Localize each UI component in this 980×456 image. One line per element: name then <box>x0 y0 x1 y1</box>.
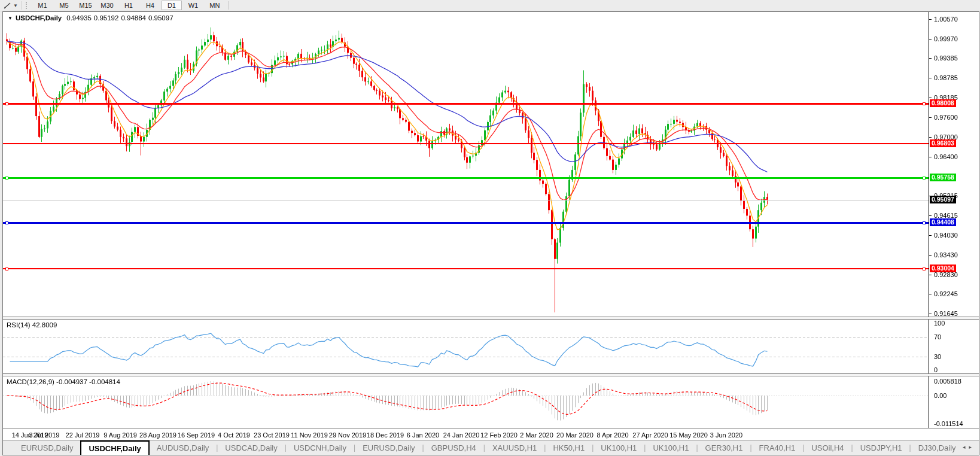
macd-tick-label: -0.011514 <box>934 420 963 427</box>
chart-tab-fra40-h1[interactable]: FRA40,H1 <box>752 440 803 455</box>
price-tick-label: 0.99385 <box>934 54 958 62</box>
rsi-tick-label: 0 <box>934 366 938 373</box>
price-tick-mark <box>929 215 932 216</box>
timeframe-button-d1[interactable]: D1 <box>162 1 182 10</box>
ohlc-close: 0.95097 <box>148 14 174 22</box>
chart-tab-usdchf-daily[interactable]: USDCHF,Daily <box>80 440 149 455</box>
price-badge-0.93004: 0.93004 <box>930 265 956 272</box>
macd-name: MACD(12,26,9) <box>7 378 54 385</box>
horizontal-level-0.95758-handle[interactable] <box>923 177 926 180</box>
price-tick-mark <box>929 255 932 256</box>
timeframe-button-m5[interactable]: M5 <box>54 1 74 10</box>
price-tick-mark <box>929 137 932 138</box>
price-tick-mark <box>929 78 932 78</box>
chart-tab-ger30-h1[interactable]: GER30,H1 <box>698 440 750 455</box>
chart-tab-usdjpy-h1[interactable]: USDJPY,H1 <box>853 440 909 455</box>
rsi-label: RSI(14) 42.8009 <box>7 321 57 329</box>
price-tick-mark <box>929 235 932 236</box>
horizontal-level-0.93004[interactable] <box>3 268 929 269</box>
toolbar-grip[interactable] <box>26 2 29 9</box>
timeframe-button-h4[interactable]: H4 <box>140 1 160 10</box>
timeframe-button-m1[interactable]: M1 <box>32 1 53 10</box>
price-tick-label: 1.00570 <box>934 16 958 23</box>
horizontal-level-0.96803[interactable] <box>3 143 929 144</box>
rsi-canvas[interactable] <box>3 320 929 373</box>
price-chart-panel: ▼USDCHF,Daily0.949350.951920.948840.9509… <box>3 12 979 317</box>
chart-symbol-label: USDCHF,Daily <box>16 14 62 22</box>
rsi-tick-label: 100 <box>934 320 945 327</box>
chart-tab-xauusd-h1[interactable]: XAUUSD,H1 <box>485 440 544 455</box>
horizontal-level-0.95758-handle[interactable] <box>5 177 8 180</box>
price-tick-mark <box>929 58 932 59</box>
chart-tab-audusd-daily[interactable]: AUDUSD,Daily <box>150 440 216 455</box>
horizontal-level-0.94408-handle[interactable] <box>923 221 926 224</box>
dropdown-caret-icon: ▼ <box>13 3 18 8</box>
timeframe-button-mn[interactable]: MN <box>205 1 225 10</box>
timeframe-button-m30[interactable]: M30 <box>97 1 117 10</box>
trendline-icon <box>3 2 12 10</box>
chart-tab-hk50-h1[interactable]: HK50,H1 <box>546 440 592 455</box>
macd-tick-label: 0.005818 <box>934 378 961 385</box>
timeframe-button-w1[interactable]: W1 <box>183 1 203 10</box>
horizontal-level-0.98008-handle[interactable] <box>923 102 926 105</box>
current-price-badge: 0.95097 <box>930 196 956 203</box>
ohlc-open: 0.94935 <box>66 14 92 22</box>
macd-canvas[interactable] <box>3 376 929 428</box>
chart-tabs: EURUSD,DailyUSDCHF,DailyAUDUSD,Daily|USD… <box>14 440 963 455</box>
price-tick-mark <box>929 314 932 314</box>
price-tick-label: 0.97600 <box>934 114 958 121</box>
toolbar-separator <box>22 1 22 10</box>
current-price-line[interactable] <box>3 200 929 200</box>
chart-tab-eurusd-daily[interactable]: EURUSD,Daily <box>14 440 80 455</box>
chart-tab-uk100-h1[interactable]: UK100,H1 <box>646 440 696 455</box>
chart-window: ▼USDCHF,Daily0.949350.951920.948840.9509… <box>2 11 979 455</box>
price-tick-label: 0.96400 <box>934 153 958 160</box>
chart-tab-uk100-h1[interactable]: UK100,H1 <box>594 440 644 455</box>
horizontal-level-0.94408-handle[interactable] <box>5 221 8 224</box>
horizontal-level-0.98008[interactable] <box>3 103 929 105</box>
price-axis: 1.005700.999700.993850.987850.981850.976… <box>929 12 979 317</box>
price-tick-mark <box>929 275 932 275</box>
price-tick-label: 0.98785 <box>934 74 958 81</box>
tab-scroll-left-icon[interactable]: ◂ <box>963 444 969 450</box>
price-badge-0.98008: 0.98008 <box>930 99 956 107</box>
ohlc-low: 0.94884 <box>121 14 146 22</box>
chart-tab-bar: EURUSD,DailyUSDCHF,DailyAUDUSD,Daily|USD… <box>3 440 979 455</box>
price-badge-0.94408: 0.94408 <box>930 218 956 226</box>
price-tick-mark <box>929 117 932 118</box>
macd-label: MACD(12,26,9) -0.004937 -0.004814 <box>7 378 120 385</box>
macd-main-value: -0.004937 <box>56 378 87 385</box>
rsi-tick-label: 30 <box>934 353 941 360</box>
collapse-triangle-icon[interactable]: ▼ <box>8 16 13 21</box>
macd-signal-value: -0.004814 <box>89 378 120 385</box>
horizontal-level-0.94408[interactable] <box>3 222 929 224</box>
macd-tick-label: 0.00 <box>934 392 946 399</box>
chart-tab-gbpusd-h4[interactable]: GBPUSD,H4 <box>424 440 483 455</box>
price-tick-label: 0.93430 <box>934 251 958 259</box>
timeframe-button-h1[interactable]: H1 <box>118 1 139 10</box>
rsi-panel: RSI(14) 42.8009 10070300 <box>3 320 979 373</box>
chart-tab-dj30-daily[interactable]: DJ30,Daily <box>911 440 963 455</box>
chart-tab-usdcnh-daily[interactable]: USDCNH,Daily <box>287 440 354 455</box>
rsi-name: RSI(14) <box>7 321 31 329</box>
mt4-terminal: ▼ M1M5M15M30H1H4D1W1MN ▼USDCHF,Daily0.94… <box>0 0 980 456</box>
horizontal-level-0.93004-handle[interactable] <box>5 267 8 270</box>
price-badge-0.96803: 0.96803 <box>930 139 956 147</box>
line-studies-tool-button[interactable]: ▼ <box>2 2 19 10</box>
price-tick-mark <box>929 294 932 294</box>
chart-tab-usoil-h4[interactable]: USOil,H4 <box>804 440 851 455</box>
price-tick-mark <box>929 19 932 20</box>
horizontal-level-0.98008-handle[interactable] <box>5 102 8 105</box>
hline-overlay <box>3 12 979 317</box>
chart-tab-usdcad-daily[interactable]: USDCAD,Daily <box>218 440 284 455</box>
tab-scroll-right-icon[interactable]: ▸ <box>969 444 975 450</box>
horizontal-level-0.93004-handle[interactable] <box>923 267 926 270</box>
price-tick-label: 0.92245 <box>934 290 958 297</box>
chart-tab-eurusd-daily[interactable]: EURUSD,Daily <box>355 440 422 455</box>
horizontal-level-0.95758[interactable] <box>3 177 929 179</box>
rsi-tick-label: 70 <box>934 333 941 341</box>
price-tick-label: 0.99970 <box>934 35 958 42</box>
date-tick-label: 3 Jun 2020 <box>699 431 753 439</box>
timeframe-button-m15[interactable]: M15 <box>75 1 96 10</box>
macd-axis: 0.0058180.00-0.011514 <box>929 376 979 428</box>
